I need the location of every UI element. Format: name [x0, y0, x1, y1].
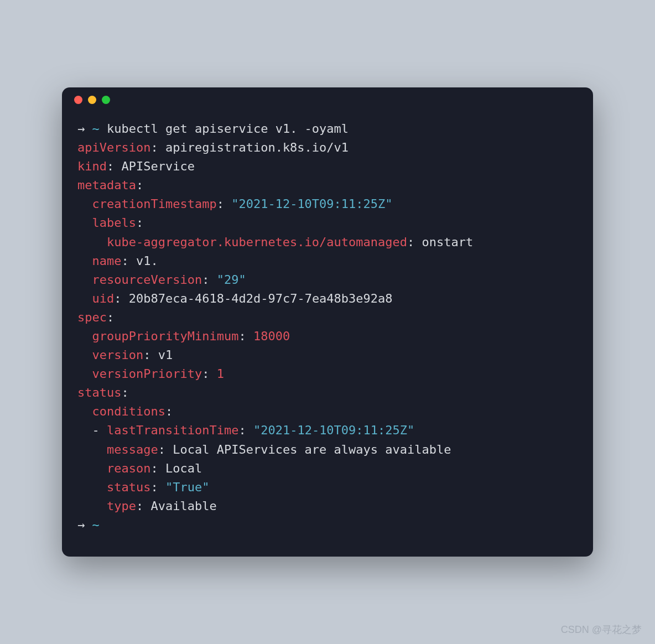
yaml-key: version — [92, 348, 144, 362]
yaml-key: name — [92, 254, 122, 268]
title-bar — [62, 87, 593, 113]
yaml-key: labels — [92, 216, 136, 230]
terminal-window: → ~ kubectl get apiservice v1. -oyaml ap… — [62, 87, 593, 557]
yaml-key: message — [107, 443, 158, 456]
yaml-value: 18000 — [253, 329, 290, 343]
prompt-arrow: → — [77, 122, 85, 136]
yaml-value: APIService — [121, 159, 194, 173]
yaml-key: kind — [77, 159, 107, 173]
yaml-value: Local APIServices are always available — [173, 443, 451, 456]
yaml-key: resourceVersion — [92, 273, 202, 287]
yaml-value: v1 — [158, 348, 173, 362]
yaml-value: apiregistration.k8s.io/v1 — [165, 141, 349, 154]
yaml-value: Available — [150, 499, 216, 513]
yaml-key: conditions — [92, 404, 165, 418]
maximize-icon[interactable] — [102, 96, 110, 104]
yaml-key: metadata — [77, 178, 136, 192]
yaml-value: "2021-12-10T09:11:25Z" — [231, 197, 392, 211]
close-icon[interactable] — [74, 96, 82, 104]
yaml-value: v1. — [136, 254, 158, 268]
yaml-key: creationTimestamp — [92, 197, 217, 211]
yaml-key: reason — [107, 461, 150, 475]
yaml-key: uid — [92, 292, 115, 305]
watermark: CSDN @寻花之梦 — [561, 623, 642, 636]
yaml-key: spec — [77, 310, 107, 324]
yaml-key: groupPriorityMinimum — [92, 329, 239, 343]
yaml-value: "2021-12-10T09:11:25Z" — [253, 423, 414, 437]
yaml-key: versionPriority — [92, 367, 202, 381]
yaml-value: 1 — [217, 367, 224, 381]
minimize-icon[interactable] — [88, 96, 96, 104]
command-text: kubectl get apiservice v1. -oyaml — [107, 122, 349, 136]
yaml-key: type — [107, 499, 136, 513]
yaml-value: Local — [165, 461, 202, 475]
yaml-dash: - — [92, 423, 100, 437]
yaml-key: status — [77, 386, 121, 399]
yaml-value: "29" — [217, 273, 246, 287]
prompt-arrow: → — [77, 518, 85, 532]
terminal-body[interactable]: → ~ kubectl get apiservice v1. -oyaml ap… — [62, 113, 593, 557]
yaml-key: kube-aggregator.kubernetes.io/automanage… — [107, 235, 407, 249]
yaml-value: onstart — [422, 235, 474, 249]
yaml-value: 20b87eca-4618-4d2d-97c7-7ea48b3e92a8 — [129, 292, 393, 305]
yaml-key: lastTransitionTime — [107, 423, 238, 437]
yaml-key: apiVersion — [77, 141, 150, 154]
yaml-key: status — [107, 480, 150, 494]
prompt-cwd: ~ — [92, 518, 100, 532]
prompt-cwd: ~ — [92, 122, 100, 136]
yaml-value: "True" — [165, 480, 209, 494]
